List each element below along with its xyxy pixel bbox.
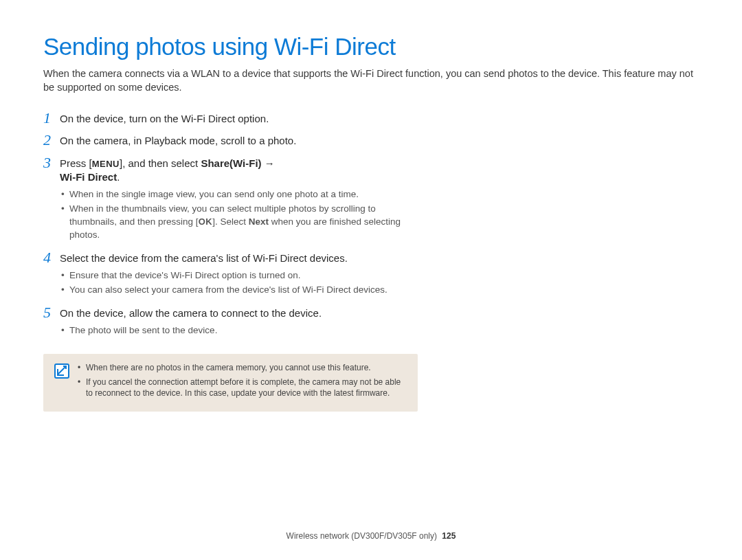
step-number: 4 bbox=[43, 250, 60, 265]
step-text: Press [MENU], and then select Share(Wi-F… bbox=[60, 155, 418, 243]
step-5: 5 On the device, allow the camera to con… bbox=[43, 305, 418, 339]
step-4: 4 Select the device from the camera's li… bbox=[43, 250, 418, 298]
page-number: 125 bbox=[442, 531, 456, 541]
list-item: When in the single image view, you can s… bbox=[60, 188, 418, 201]
text-fragment: Press [ bbox=[60, 157, 92, 169]
step-1: 1 On the device, turn on the Wi-Fi Direc… bbox=[43, 111, 418, 126]
text-fragment: ]. Select bbox=[212, 216, 249, 227]
list-item: When in the thumbnails view, you can sel… bbox=[60, 203, 418, 242]
list-item: If you cancel the connection attempt bef… bbox=[78, 377, 407, 400]
footer-section: Wireless network (DV300F/DV305F only) bbox=[286, 531, 437, 541]
text-fragment: On the device, allow the camera to conne… bbox=[60, 307, 322, 319]
text-fragment: ], and then select bbox=[120, 157, 201, 169]
page-footer: Wireless network (DV300F/DV305F only) 12… bbox=[0, 531, 742, 541]
step-number: 5 bbox=[43, 305, 60, 320]
next-label: Next bbox=[249, 216, 269, 227]
note-icon bbox=[54, 363, 69, 379]
text-fragment: Select the device from the camera's list… bbox=[60, 252, 348, 264]
list-item: The photo will be sent to the device. bbox=[60, 324, 418, 337]
step-3-bullets: When in the single image view, you can s… bbox=[60, 188, 418, 242]
arrow-glyph: → bbox=[262, 157, 275, 169]
step-5-bullets: The photo will be sent to the device. bbox=[60, 324, 418, 337]
step-text: Select the device from the camera's list… bbox=[60, 250, 418, 298]
step-text: On the device, turn on the Wi-Fi Direct … bbox=[60, 111, 418, 126]
step-4-bullets: Ensure that the device's Wi-Fi Direct op… bbox=[60, 269, 418, 297]
step-text: On the camera, in Playback mode, scroll … bbox=[60, 133, 418, 148]
ok-button-label: OK bbox=[199, 216, 213, 227]
note-list: When there are no photos in the camera m… bbox=[78, 362, 407, 402]
step-3: 3 Press [MENU], and then select Share(Wi… bbox=[43, 155, 418, 243]
menu-button-label: MENU bbox=[92, 159, 120, 169]
steps-list: 1 On the device, turn on the Wi-Fi Direc… bbox=[43, 111, 418, 339]
intro-text: When the camera connects via a WLAN to a… bbox=[43, 67, 699, 94]
share-wifi-label: Share(Wi-Fi) bbox=[201, 157, 261, 169]
note-box: When there are no photos in the camera m… bbox=[43, 354, 418, 412]
wifi-direct-label: Wi-Fi Direct bbox=[60, 171, 117, 183]
list-item: Ensure that the device's Wi-Fi Direct op… bbox=[60, 269, 418, 282]
step-number: 2 bbox=[43, 133, 60, 148]
step-number: 3 bbox=[43, 155, 60, 170]
list-item: When there are no photos in the camera m… bbox=[78, 362, 407, 374]
text-fragment: . bbox=[117, 171, 120, 183]
step-text: On the device, allow the camera to conne… bbox=[60, 305, 418, 339]
page-title: Sending photos using Wi-Fi Direct bbox=[43, 33, 699, 60]
list-item: You can also select your camera from the… bbox=[60, 284, 418, 297]
step-2: 2 On the camera, in Playback mode, scrol… bbox=[43, 133, 418, 148]
step-number: 1 bbox=[43, 111, 60, 126]
